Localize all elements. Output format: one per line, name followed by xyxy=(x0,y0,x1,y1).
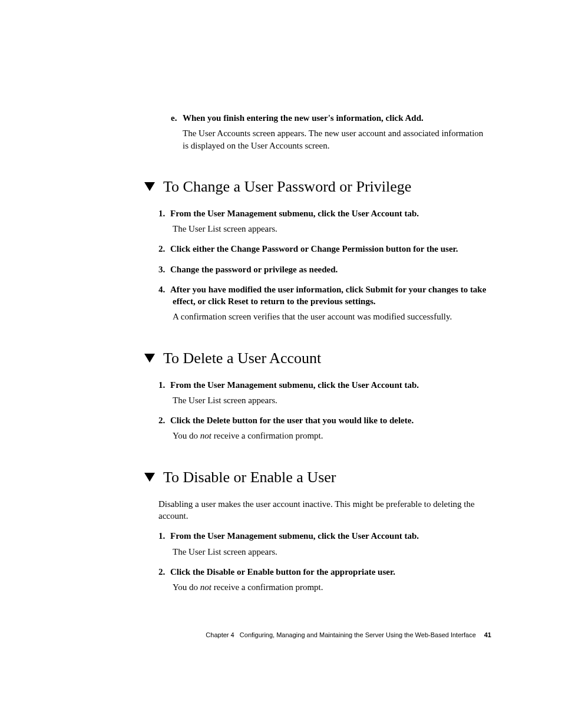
step-body: You do not receive a confirmation prompt… xyxy=(173,581,491,593)
list-item: 3.Change the password or privilege as ne… xyxy=(158,263,491,275)
page-footer: Chapter 4 Configuring, Managing and Main… xyxy=(144,631,491,640)
heading-text: To Disable or Enable a User xyxy=(163,467,336,487)
triangle-down-icon xyxy=(144,473,155,482)
step-bold: Click the Delete button for the user tha… xyxy=(170,416,414,425)
steps-change: 1.From the User Management submenu, clic… xyxy=(158,207,491,323)
page-number: 41 xyxy=(484,631,491,638)
list-item: 1.From the User Management submenu, clic… xyxy=(158,379,491,407)
heading-text: To Change a User Password or Privilege xyxy=(163,176,411,197)
step-bold: From the User Management submenu, click … xyxy=(170,209,419,218)
step-bold: From the User Management submenu, click … xyxy=(170,380,419,390)
footer-chapter: Chapter 4 xyxy=(206,631,234,638)
step-bold: Change the password or privilege as need… xyxy=(170,265,338,274)
body-pre: You do xyxy=(173,582,200,592)
step-number: 1. xyxy=(158,530,170,542)
heading-text: To Delete a User Account xyxy=(163,348,321,368)
list-item: 1.From the User Management submenu, clic… xyxy=(158,530,491,558)
step-body: The User List screen appears. xyxy=(173,546,491,558)
step-number: 1. xyxy=(158,207,170,219)
step-number: 2. xyxy=(158,566,170,578)
step-body: You do not receive a confirmation prompt… xyxy=(173,430,491,442)
body-post: receive a confirmation prompt. xyxy=(211,582,323,592)
step-number: 3. xyxy=(158,263,170,275)
step-bold: After you have modified the user informa… xyxy=(170,285,486,306)
list-item: 4.After you have modified the user infor… xyxy=(158,284,491,323)
step-e: e.When you finish entering the new user'… xyxy=(171,112,491,151)
heading-change-password: To Change a User Password or Privilege xyxy=(144,176,491,197)
step-bold: From the User Management submenu, click … xyxy=(170,531,419,541)
heading-delete-user: To Delete a User Account xyxy=(144,348,491,368)
body-em: not xyxy=(200,431,211,440)
footer-title: Configuring, Managing and Maintaining th… xyxy=(240,631,476,638)
body-post: receive a confirmation prompt. xyxy=(211,431,323,440)
body-pre: You do xyxy=(173,431,200,440)
steps-delete: 1.From the User Management submenu, clic… xyxy=(158,379,491,442)
step-body: A confirmation screen verifies that the … xyxy=(173,311,491,322)
body-em: not xyxy=(200,582,211,592)
step-e-body: The User Accounts screen appears. The ne… xyxy=(183,127,491,151)
step-number: 1. xyxy=(158,379,170,391)
section-intro: Disabling a user makes the user account … xyxy=(158,498,491,522)
step-e-marker: e. xyxy=(171,112,183,124)
step-body: The User List screen appears. xyxy=(173,394,491,406)
step-bold: Click either the Change Password or Chan… xyxy=(170,244,458,253)
step-number: 2. xyxy=(158,414,170,426)
heading-disable-enable-user: To Disable or Enable a User xyxy=(144,467,491,487)
page: e.When you finish entering the new user'… xyxy=(0,0,562,728)
step-bold: Click the Disable or Enable button for t… xyxy=(170,567,395,577)
step-e-bold: When you finish entering the new user's … xyxy=(183,113,424,123)
list-item: 1.From the User Management submenu, clic… xyxy=(158,207,491,235)
triangle-down-icon xyxy=(144,354,155,363)
list-item: 2.Click the Delete button for the user t… xyxy=(158,414,491,442)
step-number: 4. xyxy=(158,284,170,295)
list-item: 2.Click either the Change Password or Ch… xyxy=(158,243,491,255)
step-number: 2. xyxy=(158,243,170,255)
triangle-down-icon xyxy=(144,182,155,191)
list-item: 2.Click the Disable or Enable button for… xyxy=(158,566,491,594)
steps-disable: 1.From the User Management submenu, clic… xyxy=(158,530,491,593)
step-body: The User List screen appears. xyxy=(173,223,491,235)
